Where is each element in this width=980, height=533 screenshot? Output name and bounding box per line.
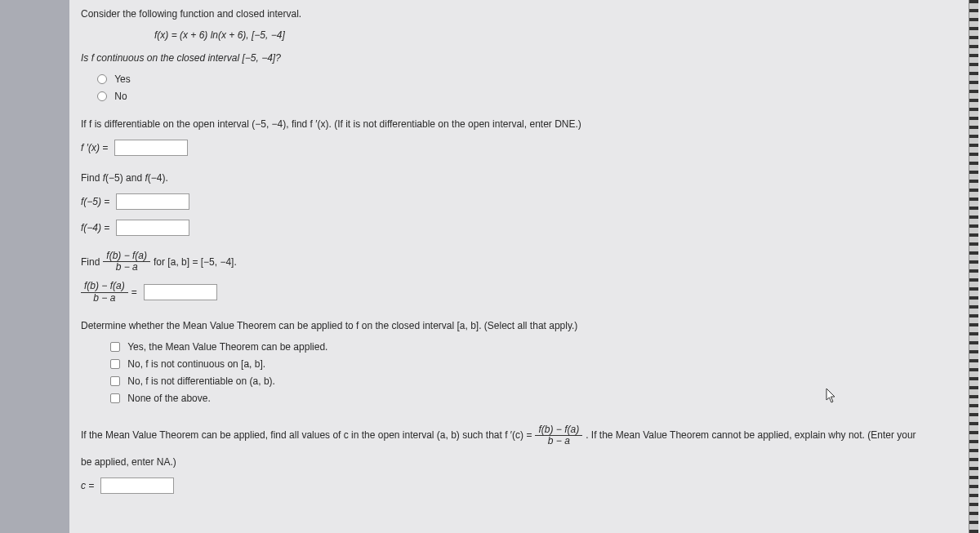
q5-opt3: No, f is not differentiable on (a, b). xyxy=(127,375,275,387)
q3-input-f5[interactable] xyxy=(116,193,189,210)
q3-input-f4[interactable] xyxy=(116,220,189,236)
q6-prompt-line1: If the Mean Value Theorem can be applied… xyxy=(81,424,916,446)
q1-radio-yes[interactable] xyxy=(97,74,107,84)
q4-ans-frac: f(b) − f(a) b − a xyxy=(81,281,128,303)
q6-label: c = xyxy=(81,478,94,493)
q5-prompt: Determine whether the Mean Value Theorem… xyxy=(81,318,969,333)
q2-label: f ′(x) = xyxy=(81,140,108,155)
q4-ans-den: b − a xyxy=(81,293,128,304)
q6-prompt-line2: be applied, enter NA.) xyxy=(81,455,969,469)
q5-opt1: Yes, the Mean Value Theorem can be appli… xyxy=(127,341,327,353)
q4-frac-den: b − a xyxy=(103,262,150,273)
q5-check-2[interactable] xyxy=(110,359,120,369)
q2-prompt: If f is differentiable on the open inter… xyxy=(81,117,969,131)
q4-ans-num: f(b) − f(a) xyxy=(81,281,128,292)
q6-frac-num: f(b) − f(a) xyxy=(535,424,582,436)
q1-radio-no[interactable] xyxy=(97,91,107,101)
notebook-binding xyxy=(969,0,978,533)
q1-no-label: No xyxy=(114,91,127,102)
q1-yes-label: Yes xyxy=(114,73,131,85)
q6-input-c[interactable] xyxy=(100,477,174,494)
q6-post: . If the Mean Value Theorem cannot be ap… xyxy=(586,428,915,442)
q3-prompt: Find f(−5) and f(−4). xyxy=(81,171,969,185)
q5-check-3[interactable] xyxy=(110,376,120,386)
function-definition: f(x) = (x + 6) ln(x + 6), [−5, −4] xyxy=(154,29,969,41)
q5-check-4[interactable] xyxy=(110,393,120,403)
q6-frac: f(b) − f(a) b − a xyxy=(535,424,582,446)
q4-prompt-post: for [a, b] = [−5, −4]. xyxy=(154,255,237,269)
q4-frac-num: f(b) − f(a) xyxy=(103,251,150,262)
q4-prompt: Find f(b) − f(a) b − a for [a, b] = [−5,… xyxy=(81,251,969,273)
q6-frac-den: b − a xyxy=(535,436,582,446)
q4-frac: f(b) − f(a) b − a xyxy=(103,251,150,273)
q4-equals: = xyxy=(131,285,137,300)
q6-pre: If the Mean Value Theorem can be applied… xyxy=(81,428,532,442)
q3-f4-label: f(−4) = xyxy=(81,220,109,235)
q5-opt4: None of the above. xyxy=(127,393,210,404)
q4-input-diffq[interactable] xyxy=(144,284,217,300)
q4-prompt-pre: Find xyxy=(81,255,100,269)
q5-check-1[interactable] xyxy=(110,342,120,352)
q1-prompt: Is f continuous on the closed interval [… xyxy=(81,51,969,65)
q5-opt2: No, f is not continuous on [a, b]. xyxy=(127,358,265,370)
intro-text: Consider the following function and clos… xyxy=(81,7,969,21)
q3-f5-label: f(−5) = xyxy=(81,194,109,209)
q2-input-fprime[interactable] xyxy=(114,140,188,156)
